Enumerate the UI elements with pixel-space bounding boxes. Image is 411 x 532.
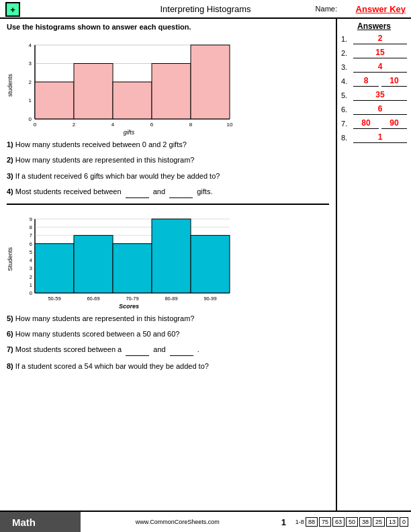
- question-3: 3) If a student received 6 gifts which b…: [7, 171, 329, 181]
- q7-text: Most students scored between a: [15, 345, 122, 353]
- svg-text:3: 3: [30, 265, 32, 271]
- svg-text:6: 6: [150, 122, 154, 128]
- chart1-x-label: gifts: [15, 129, 243, 136]
- chart-divider: [7, 204, 329, 205]
- stat-38: 38: [359, 517, 371, 527]
- q8-text: If a student scored a 54 which bar would…: [15, 362, 209, 370]
- q6-num: 6): [7, 330, 13, 338]
- q3-text: If a student received 6 gifts which bar …: [15, 172, 220, 180]
- answer-4: 4. 8 10: [341, 76, 407, 87]
- ans5-num: 5.: [341, 91, 352, 99]
- question-5: 5) How many students are represented in …: [7, 314, 329, 324]
- svg-text:5: 5: [30, 249, 32, 255]
- q4-and: and: [153, 187, 167, 195]
- stat-25: 25: [373, 517, 385, 527]
- question-2: 2) How many students are represented in …: [7, 155, 329, 165]
- q6-text: How many students scored between a 50 an…: [15, 330, 180, 338]
- question-8: 8) If a student scored a 54 which bar wo…: [7, 361, 329, 371]
- q7-and: and: [153, 345, 165, 353]
- q3-num: 3): [7, 172, 13, 180]
- stat-0: 0: [400, 517, 408, 527]
- question-1: 1) How many students received between 0 …: [7, 140, 329, 150]
- footer-center: www.CommonCoreSheets.com: [81, 512, 275, 532]
- name-label: Name:: [316, 5, 337, 13]
- ans7-pair: 80 90: [353, 118, 407, 129]
- chart2-wrap: Students: [7, 209, 329, 310]
- svg-text:7: 7: [30, 232, 32, 238]
- q2-text: How many students are represented in thi…: [15, 156, 195, 164]
- svg-rect-46: [74, 235, 113, 293]
- ans3-value: 4: [353, 62, 407, 73]
- ans7-value1: 80: [353, 118, 379, 129]
- svg-text:50-59: 50-59: [48, 296, 60, 302]
- answer-5: 5. 35: [341, 90, 407, 101]
- footer-page-number: 1: [275, 512, 293, 532]
- ans7-value2: 90: [381, 118, 407, 129]
- svg-rect-16: [191, 45, 230, 119]
- chart2-container: Students: [7, 209, 329, 310]
- left-panel: Use the histograms shown to answer each …: [0, 19, 337, 511]
- question-6: 6) How many students scored between a 50…: [7, 329, 329, 339]
- q1-text: How many students received between 0 and…: [15, 140, 187, 148]
- q7-num: 7): [7, 345, 13, 353]
- answer-3: 3. 4: [341, 62, 407, 73]
- q4-suffix: gifts.: [197, 187, 212, 195]
- instruction-text: Use the histograms shown to answer each …: [7, 23, 329, 31]
- ans8-num: 8.: [341, 134, 352, 142]
- ans2-value: 15: [353, 48, 407, 58]
- svg-text:4: 4: [30, 257, 32, 263]
- ans2-num: 2.: [341, 49, 352, 57]
- right-panel: Answers 1. 2 2. 15 3. 4 4. 8 10 5. 35: [337, 19, 411, 511]
- svg-text:8: 8: [189, 122, 193, 128]
- ans6-value: 6: [353, 104, 407, 115]
- chart2-x-label: Scores: [15, 303, 243, 310]
- page-footer: Math www.CommonCoreSheets.com 1 1-8 88 7…: [0, 511, 411, 532]
- svg-text:2: 2: [30, 273, 32, 279]
- stat-range: 1-8: [295, 519, 304, 525]
- q5-text: How many students are represented in thi…: [15, 314, 195, 322]
- svg-text:2: 2: [73, 122, 76, 128]
- chart2-y-label: Students: [7, 247, 13, 271]
- ans7-num: 7.: [341, 120, 352, 128]
- q5-num: 5): [7, 314, 13, 322]
- svg-rect-49: [191, 235, 230, 293]
- svg-rect-14: [113, 82, 152, 119]
- svg-text:0: 0: [30, 290, 32, 296]
- page-title: Interpreting Histograms: [160, 4, 250, 14]
- q4-text: Most students received between: [15, 187, 122, 195]
- svg-text:1: 1: [29, 97, 32, 103]
- svg-rect-13: [74, 64, 113, 120]
- svg-rect-15: [152, 64, 191, 120]
- svg-text:3: 3: [29, 60, 32, 66]
- svg-text:70-79: 70-79: [126, 296, 138, 302]
- math-label-text: Math: [12, 517, 36, 528]
- svg-rect-12: [35, 82, 74, 119]
- ans6-num: 6.: [341, 105, 352, 114]
- svg-text:1: 1: [30, 281, 32, 287]
- q8-num: 8): [7, 362, 13, 370]
- chart2-svg: 0 1 2 3 4 5 6 7 8 9: [15, 209, 243, 303]
- footer-stats: 1-8 88 75 63 50 38 25 13 0: [293, 512, 411, 532]
- ans4-value1: 8: [353, 76, 379, 87]
- q1-num: 1): [7, 140, 13, 148]
- stat-50: 50: [346, 517, 358, 527]
- main-content: Use the histograms shown to answer each …: [0, 19, 411, 511]
- question-4: 4) Most students received between and gi…: [7, 187, 329, 197]
- chart2-x-label-bold: Scores: [119, 303, 139, 310]
- chart1-container: students: [7, 35, 329, 136]
- answer-7: 7. 80 90: [341, 118, 407, 129]
- chart1-area: 0 1 2 3 4: [15, 35, 243, 136]
- svg-text:2: 2: [29, 79, 32, 85]
- ans1-num: 1.: [341, 35, 352, 43]
- answer-1: 1. 2: [341, 34, 407, 44]
- svg-text:8: 8: [30, 224, 32, 230]
- stat-88: 88: [306, 517, 318, 527]
- question-7: 7) Most students scored between a and .: [7, 345, 329, 355]
- chart1-wrap: students: [7, 35, 329, 136]
- stat-75: 75: [319, 517, 331, 527]
- q7-blank2: [170, 345, 193, 355]
- chart1-y-label: students: [7, 74, 13, 97]
- svg-text:10: 10: [227, 122, 233, 128]
- ans3-num: 3.: [341, 63, 352, 71]
- svg-text:90-99: 90-99: [203, 296, 216, 302]
